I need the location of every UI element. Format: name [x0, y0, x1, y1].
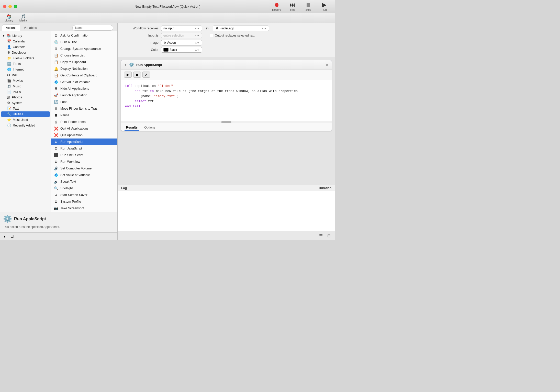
finder-select[interactable]: 🖥 Finder.app ⏶⏷ — [213, 26, 269, 31]
desc-text: This action runs the specified AppleScri… — [3, 225, 114, 229]
record-button[interactable]: ⏺ Record — [269, 1, 284, 12]
lbb-dropdown-btn[interactable]: ▾ — [2, 234, 7, 239]
action-item-systemprofile[interactable]: ⚙System Profile — [51, 198, 117, 205]
receives-select[interactable]: no input ⏶⏷ — [161, 26, 202, 31]
action-item-displaynotification[interactable]: 🔔Display Notification — [51, 65, 117, 72]
action-item-askforconfirmation[interactable]: ⚙Ask for Confirmation — [51, 32, 117, 39]
tree-item-calendar[interactable]: 📅Calendar — [1, 39, 50, 44]
record-icon: ⏺ — [274, 2, 279, 8]
tree-item-icon: 🎵 — [7, 84, 11, 88]
action-item-launchapplication[interactable]: 🚀Launch Application — [51, 92, 117, 99]
color-value: Black — [170, 48, 177, 52]
bottom-bar-grid-icon[interactable]: ⊞ — [326, 233, 332, 239]
stop-icon: ⏹ — [306, 2, 311, 8]
tree-item-icon: ⚙ — [7, 51, 10, 54]
options-tab[interactable]: Options — [143, 125, 157, 131]
output-replaces-checkbox[interactable] — [210, 34, 213, 37]
action-icon: 🔊 — [54, 166, 58, 170]
action-item-hideallapplications[interactable]: 🖥Hide All Applications — [51, 85, 117, 92]
lbb-grid-btn[interactable]: ☑ — [9, 234, 15, 239]
action-item-startscreensaver[interactable]: 🖥Start Screen Saver — [51, 192, 117, 198]
action-item-setcomputervolume[interactable]: 🔊Set Computer Volume — [51, 165, 117, 172]
action-label: System Profile — [60, 200, 81, 203]
tree-item-music[interactable]: 🎵Music — [1, 84, 50, 89]
action-item-spotlight[interactable]: 🔍Spotlight — [51, 185, 117, 192]
action-item-pause[interactable]: ⏸Pause — [51, 112, 117, 119]
close-button[interactable] — [3, 5, 6, 8]
action-label: Hide All Applications — [60, 87, 89, 90]
action-item-getvalueofvariable[interactable]: 💠Get Value of Variable — [51, 79, 117, 85]
action-item-quitapplication[interactable]: ❌Quit Application — [51, 132, 117, 139]
tree-item-mail[interactable]: ✉Mail — [1, 72, 50, 78]
media-button[interactable]: 🎵 Media — [17, 13, 30, 23]
tree-item-internet[interactable]: 🌐Internet — [1, 67, 50, 72]
result-tabs: Results Options — [121, 123, 332, 131]
search-input[interactable] — [72, 25, 113, 31]
maximize-button[interactable] — [14, 5, 17, 8]
tree-item-contacts[interactable]: 👤Contacts — [1, 44, 50, 50]
tree-item-utilities[interactable]: 🔧Utilities — [1, 111, 50, 117]
action-item-loop[interactable]: 🔄Loop — [51, 99, 117, 105]
tree-item-system[interactable]: ⚙System — [1, 100, 50, 106]
script-editor[interactable]: tell application "Finder" set txt to mak… — [121, 80, 332, 121]
input-is-select[interactable]: entire selection ⏶⏷ — [161, 33, 202, 38]
action-item-runshellscript[interactable]: ⬛Run Shell Script — [51, 152, 117, 158]
action-label: Copy to Clipboard — [60, 60, 86, 64]
tree-item-icon: 📅 — [7, 39, 11, 43]
action-card-applescript: ▼ ⚙️ Run AppleScript ✕ ▶ ■ ↗ tell applic… — [121, 60, 332, 131]
action-item-getcontentsofclipboard[interactable]: 📋Get Contents of Clipboard — [51, 72, 117, 79]
tree-item-icon: ⭐ — [7, 118, 11, 122]
step-button[interactable]: ⏭ Step — [285, 1, 300, 12]
stop-button[interactable]: ⏹ Stop — [301, 1, 316, 12]
action-label: Speak Text — [60, 180, 76, 183]
action-item-quitallapplications[interactable]: ❌Quit All Applications — [51, 125, 117, 132]
tree-item-mostused[interactable]: ⭐Most Used — [1, 117, 50, 122]
card-close-btn[interactable]: ✕ — [326, 63, 329, 67]
run-button[interactable]: ▶ Run — [317, 1, 332, 12]
action-label: Loop — [60, 100, 68, 104]
script-expand-btn[interactable]: ↗ — [142, 72, 150, 78]
minimize-button[interactable] — [8, 5, 12, 8]
action-item-choosefromlist[interactable]: 📋Choose from List — [51, 52, 117, 59]
tree-item-fonts[interactable]: 🔤Fonts — [1, 61, 50, 66]
color-select[interactable]: Black ⏶⏷ — [161, 47, 202, 53]
action-item-runjavascript[interactable]: ⚙Run JavaScript — [51, 145, 117, 152]
code-line-1: tell application "Finder" — [125, 84, 328, 89]
tree-item-pdfs[interactable]: 📄PDFs — [1, 89, 50, 95]
action-card-header: ▼ ⚙️ Run AppleScript ✕ — [121, 60, 332, 70]
results-tab[interactable]: Results — [125, 125, 139, 131]
action-item-movefinderitemstotrash[interactable]: 🗑Move Finder Items to Trash — [51, 105, 117, 112]
tree-item-developer[interactable]: ⚙Developer — [1, 50, 50, 55]
action-item-runapplescript[interactable]: ⚙Run AppleScript — [51, 139, 117, 145]
action-icon: ⚙ — [54, 33, 58, 38]
tab-actions[interactable]: Actions — [2, 25, 20, 31]
image-select[interactable]: ⚙ Action ⏶⏷ — [161, 40, 202, 45]
action-label: Run AppleScript — [60, 140, 83, 144]
script-stop-btn[interactable]: ■ — [133, 72, 141, 78]
tree-item-movies[interactable]: 🎬Movies — [1, 78, 50, 83]
action-item-burnadisc[interactable]: 💿Burn a Disc — [51, 39, 117, 45]
script-scrollbar[interactable] — [121, 121, 332, 123]
tree-root[interactable]: ▼ 📚 Library — [1, 33, 50, 38]
action-item-changesystemappearance[interactable]: 🖥Change System Appearance — [51, 45, 117, 52]
action-item-setvalueofvariable[interactable]: 💠Set Value of Variable — [51, 172, 117, 178]
workflow-area: ▼ ⚙️ Run AppleScript ✕ ▶ ■ ↗ tell applic… — [118, 57, 335, 185]
tree-item-recentlyadded[interactable]: 🕐Recently Added — [1, 123, 50, 128]
card-collapse-btn[interactable]: ▼ — [124, 63, 127, 67]
tree-item-filesfolders[interactable]: 📁Files & Folders — [1, 55, 50, 61]
tree-item-photos[interactable]: 🖼Photos — [1, 95, 50, 100]
action-item-runworkflow[interactable]: ⚙Run Workflow — [51, 158, 117, 165]
color-row: Color Black ⏶⏷ — [123, 47, 330, 53]
action-item-copytoclipboard[interactable]: 📋Copy to Clipboard — [51, 59, 117, 65]
library-button[interactable]: 📚 Library — [2, 13, 16, 23]
action-item-printfinderitems[interactable]: 🖨Print Finder Items — [51, 119, 117, 125]
action-item-takescreenshot[interactable]: 📷Take Screenshot — [51, 205, 117, 212]
tree-item-text[interactable]: 📝Text — [1, 106, 50, 111]
input-is-value: entire selection — [163, 34, 184, 37]
window-controls[interactable] — [3, 5, 17, 8]
script-play-btn[interactable]: ▶ — [124, 72, 132, 78]
action-item-speaktext[interactable]: 🔈Speak Text — [51, 178, 117, 185]
bottom-bar-list-icon[interactable]: ☰ — [318, 233, 324, 239]
tree-item-label: Contacts — [13, 45, 25, 49]
tab-variables[interactable]: Variables — [20, 25, 40, 31]
